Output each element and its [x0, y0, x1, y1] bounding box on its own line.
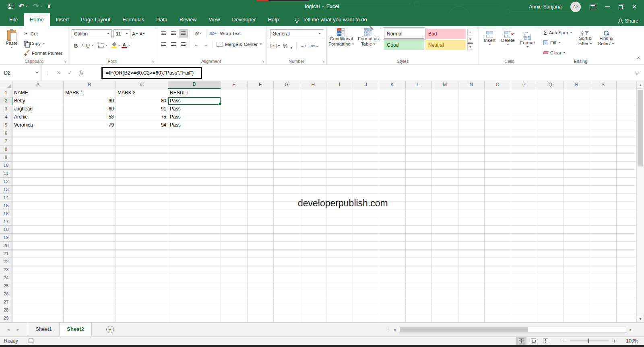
- name-box[interactable]: D2: [0, 65, 42, 81]
- cell-D2[interactable]: Pass: [168, 97, 221, 105]
- cell-A22[interactable]: [12, 258, 64, 266]
- cell-R26[interactable]: [564, 290, 590, 298]
- cell-L18[interactable]: [406, 226, 432, 234]
- cell-K8[interactable]: [379, 145, 406, 154]
- cell-S25[interactable]: [590, 282, 617, 290]
- cell-D10[interactable]: [168, 162, 221, 170]
- cell-S11[interactable]: [590, 170, 617, 178]
- cell-L6[interactable]: [406, 129, 432, 137]
- cell-J20[interactable]: [353, 242, 380, 250]
- undo-dropdown-arrow[interactable]: [25, 6, 28, 8]
- cell-D24[interactable]: [168, 274, 221, 282]
- cancel-button[interactable]: ×: [57, 69, 60, 77]
- align-left-button[interactable]: [159, 40, 168, 48]
- expand-formula-bar-icon[interactable]: [635, 71, 639, 75]
- cell-F4[interactable]: [248, 113, 274, 121]
- style-bad[interactable]: Bad: [425, 29, 466, 39]
- style-normal[interactable]: Normal: [384, 29, 424, 39]
- cell-N16[interactable]: [458, 210, 485, 218]
- cell-E1[interactable]: [221, 89, 248, 97]
- cell-Q10[interactable]: [537, 162, 564, 170]
- cell-S12[interactable]: [590, 178, 617, 186]
- increase-font-size-button[interactable]: A: [132, 31, 138, 37]
- cell-F19[interactable]: [248, 234, 274, 242]
- cell-Q19[interactable]: [537, 234, 564, 242]
- cell-R7[interactable]: [564, 137, 590, 145]
- cell-A3[interactable]: Jughead: [12, 105, 64, 113]
- cell-partial-19[interactable]: [617, 234, 636, 242]
- cell-G2[interactable]: [274, 97, 300, 105]
- cell-E20[interactable]: [221, 242, 248, 250]
- cell-G19[interactable]: [274, 234, 300, 242]
- cell-F6[interactable]: [248, 129, 274, 137]
- cell-M9[interactable]: [432, 154, 458, 162]
- cell-J4[interactable]: [353, 113, 380, 121]
- cell-D28[interactable]: [168, 306, 221, 314]
- cell-O23[interactable]: [485, 266, 511, 274]
- row-header-4[interactable]: 4: [0, 113, 12, 121]
- cell-I13[interactable]: [326, 186, 353, 194]
- cell-partial-13[interactable]: [617, 186, 636, 194]
- cell-B19[interactable]: [64, 234, 116, 242]
- page-break-view-button[interactable]: [540, 337, 551, 345]
- cell-J18[interactable]: [353, 226, 380, 234]
- cell-B15[interactable]: [64, 202, 116, 210]
- cell-H5[interactable]: [300, 121, 327, 129]
- cell-P21[interactable]: [511, 250, 538, 258]
- cell-R3[interactable]: [564, 105, 590, 113]
- cell-D25[interactable]: [168, 282, 221, 290]
- cell-partial-29[interactable]: [617, 314, 636, 322]
- font-name-select[interactable]: Calibri: [72, 29, 112, 38]
- clipboard-dialog-launcher-icon[interactable]: ↘: [63, 59, 66, 63]
- cell-J10[interactable]: [353, 162, 380, 170]
- cell-C10[interactable]: [116, 162, 168, 170]
- borders-button[interactable]: [97, 41, 105, 50]
- cell-P23[interactable]: [511, 266, 538, 274]
- cell-M19[interactable]: [432, 234, 458, 242]
- cell-L24[interactable]: [406, 274, 432, 282]
- sheet-tab-sheet2[interactable]: Sheet2: [60, 323, 92, 337]
- cell-H27[interactable]: [300, 298, 327, 306]
- cell-L7[interactable]: [406, 137, 432, 145]
- cell-D11[interactable]: [168, 170, 221, 178]
- cell-P5[interactable]: [511, 121, 538, 129]
- cell-R21[interactable]: [564, 250, 590, 258]
- cell-O26[interactable]: [485, 290, 511, 298]
- cell-H16[interactable]: [300, 210, 327, 218]
- cell-Q21[interactable]: [537, 250, 564, 258]
- tab-scroll-splitter[interactable]: ⋮: [386, 327, 391, 332]
- clear-button[interactable]: Clear: [543, 48, 572, 57]
- cell-C16[interactable]: [116, 210, 168, 218]
- tab-help[interactable]: Help: [262, 13, 285, 26]
- cell-K14[interactable]: [379, 194, 406, 202]
- format-painter-button[interactable]: Format Painter: [24, 49, 62, 57]
- cell-O16[interactable]: [485, 210, 511, 218]
- cell-O13[interactable]: [485, 186, 511, 194]
- cell-A19[interactable]: [12, 234, 64, 242]
- cell-O14[interactable]: [485, 194, 511, 202]
- cell-C5[interactable]: 94: [116, 121, 168, 129]
- insert-cells-button[interactable]: ← Insert: [484, 29, 495, 49]
- cell-I18[interactable]: [326, 226, 353, 234]
- cell-S28[interactable]: [590, 306, 617, 314]
- cell-A17[interactable]: [12, 218, 64, 226]
- cell-A8[interactable]: [12, 145, 64, 154]
- cell-I6[interactable]: [326, 129, 353, 137]
- cell-B5[interactable]: 79: [64, 121, 116, 129]
- cell-S6[interactable]: [590, 129, 617, 137]
- row-header-20[interactable]: 20: [0, 242, 12, 250]
- cell-D13[interactable]: [168, 186, 221, 194]
- cell-K13[interactable]: [379, 186, 406, 194]
- cell-Q7[interactable]: [537, 137, 564, 145]
- format-as-table-button[interactable]: Format as Table: [356, 26, 381, 47]
- cell-I5[interactable]: [326, 121, 353, 129]
- cell-E25[interactable]: [221, 282, 248, 290]
- cell-Q3[interactable]: [537, 105, 564, 113]
- cell-G1[interactable]: [274, 89, 300, 97]
- cut-button[interactable]: ✂ Cut: [24, 29, 62, 38]
- cell-E21[interactable]: [221, 250, 248, 258]
- cell-partial-12[interactable]: [617, 178, 636, 186]
- cell-J6[interactable]: [353, 129, 380, 137]
- cell-P18[interactable]: [511, 226, 538, 234]
- cell-H2[interactable]: [300, 97, 327, 105]
